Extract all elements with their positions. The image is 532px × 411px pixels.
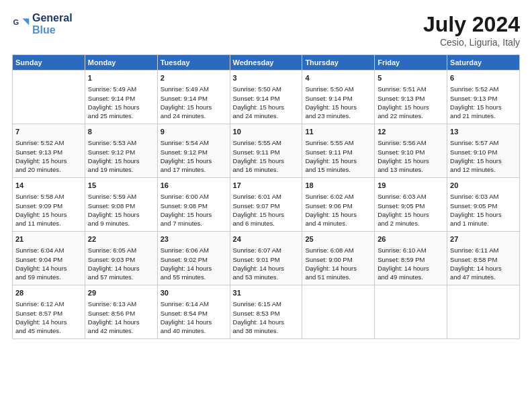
calendar-cell: 24Sunrise: 6:07 AM Sunset: 9:01 PM Dayli… <box>230 232 302 285</box>
location: Cesio, Liguria, Italy <box>423 37 520 48</box>
day-number: 2 <box>161 73 227 83</box>
day-info: Sunrise: 6:10 AM Sunset: 8:59 PM Dayligh… <box>378 246 444 281</box>
day-info: Sunrise: 6:15 AM Sunset: 8:53 PM Dayligh… <box>233 300 300 335</box>
calendar-cell: 26Sunrise: 6:10 AM Sunset: 8:59 PM Dayli… <box>375 232 447 285</box>
day-number: 24 <box>233 234 300 244</box>
calendar-cell <box>375 285 447 339</box>
day-number: 6 <box>450 73 517 83</box>
day-number: 10 <box>233 127 300 137</box>
calendar-row: 1Sunrise: 5:49 AM Sunset: 9:14 PM Daylig… <box>13 71 520 124</box>
day-info: Sunrise: 5:59 AM Sunset: 9:08 PM Dayligh… <box>88 192 154 228</box>
day-info: Sunrise: 6:00 AM Sunset: 9:08 PM Dayligh… <box>161 192 227 228</box>
calendar-cell: 28Sunrise: 6:12 AM Sunset: 8:57 PM Dayli… <box>13 285 85 339</box>
calendar-cell: 5Sunrise: 5:51 AM Sunset: 9:13 PM Daylig… <box>375 71 447 124</box>
calendar-cell: 22Sunrise: 6:05 AM Sunset: 9:03 PM Dayli… <box>85 232 157 285</box>
day-info: Sunrise: 6:07 AM Sunset: 9:01 PM Dayligh… <box>233 246 300 281</box>
day-number: 25 <box>305 234 371 244</box>
day-info: Sunrise: 5:50 AM Sunset: 9:14 PM Dayligh… <box>305 85 371 120</box>
day-info: Sunrise: 5:53 AM Sunset: 9:12 PM Dayligh… <box>88 138 154 174</box>
column-headers: SundayMondayTuesdayWednesdayThursdayFrid… <box>13 55 520 71</box>
calendar-cell <box>302 285 375 339</box>
day-number: 12 <box>378 127 444 137</box>
day-number: 11 <box>305 127 371 137</box>
day-info: Sunrise: 6:13 AM Sunset: 8:56 PM Dayligh… <box>88 300 154 335</box>
day-number: 15 <box>88 181 154 191</box>
calendar-cell: 20Sunrise: 6:03 AM Sunset: 9:05 PM Dayli… <box>447 178 520 232</box>
day-info: Sunrise: 6:01 AM Sunset: 9:07 PM Dayligh… <box>233 192 300 228</box>
calendar-cell: 30Sunrise: 6:14 AM Sunset: 8:54 PM Dayli… <box>157 285 230 339</box>
calendar-cell: 3Sunrise: 5:50 AM Sunset: 9:14 PM Daylig… <box>230 71 302 124</box>
day-number: 17 <box>233 181 300 191</box>
calendar-cell: 1Sunrise: 5:49 AM Sunset: 9:14 PM Daylig… <box>85 71 157 124</box>
day-info: Sunrise: 6:04 AM Sunset: 9:04 PM Dayligh… <box>15 246 82 281</box>
day-info: Sunrise: 5:49 AM Sunset: 9:14 PM Dayligh… <box>161 85 227 120</box>
day-info: Sunrise: 6:02 AM Sunset: 9:06 PM Dayligh… <box>305 192 371 228</box>
day-number: 4 <box>305 73 371 83</box>
column-header-friday: Friday <box>375 55 447 71</box>
svg-text:G: G <box>13 18 19 26</box>
calendar-cell: 17Sunrise: 6:01 AM Sunset: 9:07 PM Dayli… <box>230 178 302 232</box>
day-info: Sunrise: 6:05 AM Sunset: 9:03 PM Dayligh… <box>88 246 154 281</box>
day-info: Sunrise: 5:56 AM Sunset: 9:10 PM Dayligh… <box>378 138 444 174</box>
day-info: Sunrise: 5:52 AM Sunset: 9:13 PM Dayligh… <box>450 85 517 120</box>
day-info: Sunrise: 5:54 AM Sunset: 9:12 PM Dayligh… <box>161 138 227 174</box>
day-info: Sunrise: 5:52 AM Sunset: 9:13 PM Dayligh… <box>15 138 82 174</box>
day-info: Sunrise: 5:57 AM Sunset: 9:10 PM Dayligh… <box>450 138 517 174</box>
day-number: 16 <box>161 181 227 191</box>
day-number: 19 <box>378 181 444 191</box>
calendar-cell: 25Sunrise: 6:08 AM Sunset: 9:00 PM Dayli… <box>302 232 375 285</box>
calendar-cell: 6Sunrise: 5:52 AM Sunset: 9:13 PM Daylig… <box>447 71 520 124</box>
day-number: 20 <box>450 181 517 191</box>
day-number: 3 <box>233 73 300 83</box>
column-header-saturday: Saturday <box>447 55 520 71</box>
calendar-cell: 31Sunrise: 6:15 AM Sunset: 8:53 PM Dayli… <box>230 285 302 339</box>
day-number: 1 <box>88 73 154 83</box>
calendar-cell: 13Sunrise: 5:57 AM Sunset: 9:10 PM Dayli… <box>447 124 520 178</box>
day-info: Sunrise: 6:06 AM Sunset: 9:02 PM Dayligh… <box>161 246 227 281</box>
calendar-cell: 10Sunrise: 5:55 AM Sunset: 9:11 PM Dayli… <box>230 124 302 178</box>
calendar-table: SundayMondayTuesdayWednesdayThursdayFrid… <box>12 54 520 339</box>
day-info: Sunrise: 6:11 AM Sunset: 8:58 PM Dayligh… <box>450 246 517 281</box>
day-number: 22 <box>88 234 154 244</box>
day-number: 27 <box>450 234 517 244</box>
day-info: Sunrise: 5:55 AM Sunset: 9:11 PM Dayligh… <box>305 138 371 174</box>
calendar-cell: 2Sunrise: 5:49 AM Sunset: 9:14 PM Daylig… <box>157 71 230 124</box>
day-info: Sunrise: 5:51 AM Sunset: 9:13 PM Dayligh… <box>378 85 444 120</box>
month-year: July 2024 <box>423 12 520 37</box>
day-info: Sunrise: 6:08 AM Sunset: 9:00 PM Dayligh… <box>305 246 371 281</box>
column-header-wednesday: Wednesday <box>230 55 302 71</box>
column-header-sunday: Sunday <box>13 55 85 71</box>
calendar-row: 21Sunrise: 6:04 AM Sunset: 9:04 PM Dayli… <box>13 232 520 285</box>
calendar-cell <box>13 71 85 124</box>
calendar-row: 14Sunrise: 5:58 AM Sunset: 9:09 PM Dayli… <box>13 178 520 232</box>
calendar-cell: 4Sunrise: 5:50 AM Sunset: 9:14 PM Daylig… <box>302 71 375 124</box>
calendar-cell: 15Sunrise: 5:59 AM Sunset: 9:08 PM Dayli… <box>85 178 157 232</box>
day-info: Sunrise: 5:50 AM Sunset: 9:14 PM Dayligh… <box>233 85 300 120</box>
calendar-cell: 21Sunrise: 6:04 AM Sunset: 9:04 PM Dayli… <box>13 232 85 285</box>
day-number: 26 <box>378 234 444 244</box>
day-number: 31 <box>233 288 300 298</box>
day-number: 18 <box>305 181 371 191</box>
calendar-cell: 19Sunrise: 6:03 AM Sunset: 9:05 PM Dayli… <box>375 178 447 232</box>
day-info: Sunrise: 6:12 AM Sunset: 8:57 PM Dayligh… <box>15 300 82 335</box>
day-number: 9 <box>161 127 227 137</box>
column-header-tuesday: Tuesday <box>157 55 230 71</box>
day-info: Sunrise: 6:03 AM Sunset: 9:05 PM Dayligh… <box>378 192 444 228</box>
svg-marker-1 <box>22 18 29 25</box>
day-number: 23 <box>161 234 227 244</box>
day-info: Sunrise: 5:55 AM Sunset: 9:11 PM Dayligh… <box>233 138 300 174</box>
day-number: 13 <box>450 127 517 137</box>
calendar-cell <box>447 285 520 339</box>
day-info: Sunrise: 5:58 AM Sunset: 9:09 PM Dayligh… <box>15 192 82 228</box>
page-header: G General Blue July 2024 Cesio, Liguria,… <box>12 12 520 48</box>
calendar-cell: 14Sunrise: 5:58 AM Sunset: 9:09 PM Dayli… <box>13 178 85 232</box>
column-header-thursday: Thursday <box>302 55 375 71</box>
day-number: 28 <box>15 288 82 298</box>
calendar-cell: 16Sunrise: 6:00 AM Sunset: 9:08 PM Dayli… <box>157 178 230 232</box>
calendar-cell: 18Sunrise: 6:02 AM Sunset: 9:06 PM Dayli… <box>302 178 375 232</box>
logo-line1: General <box>32 12 73 24</box>
calendar-cell: 11Sunrise: 5:55 AM Sunset: 9:11 PM Dayli… <box>302 124 375 178</box>
calendar-cell: 8Sunrise: 5:53 AM Sunset: 9:12 PM Daylig… <box>85 124 157 178</box>
day-number: 30 <box>161 288 227 298</box>
day-info: Sunrise: 6:03 AM Sunset: 9:05 PM Dayligh… <box>450 192 517 228</box>
